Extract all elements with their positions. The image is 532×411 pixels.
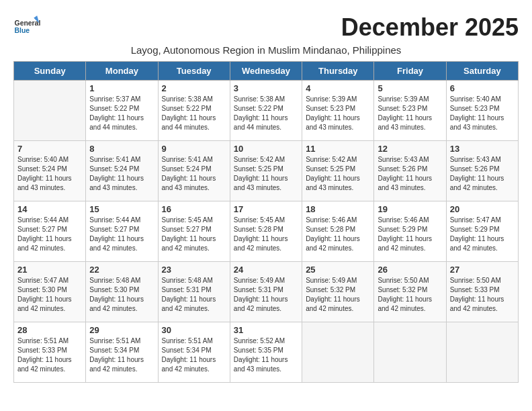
calendar-cell: 24Sunrise: 5:49 AM Sunset: 5:31 PM Dayli… [230, 262, 302, 322]
calendar-cell [374, 322, 446, 383]
day-info: Sunrise: 5:49 AM Sunset: 5:32 PM Dayligh… [306, 276, 370, 314]
calendar-header-row: SundayMondayTuesdayWednesdayThursdayFrid… [14, 62, 519, 81]
calendar-cell: 14Sunrise: 5:44 AM Sunset: 5:27 PM Dayli… [14, 201, 86, 262]
day-info: Sunrise: 5:46 AM Sunset: 5:28 PM Dayligh… [306, 216, 370, 253]
day-number: 10 [234, 144, 298, 154]
calendar-cell: 10Sunrise: 5:42 AM Sunset: 5:25 PM Dayli… [230, 141, 302, 201]
day-info: Sunrise: 5:51 AM Sunset: 5:34 PM Dayligh… [89, 336, 154, 374]
day-of-week-header: Tuesday [158, 62, 230, 81]
calendar-cell [446, 322, 518, 383]
day-number: 11 [306, 144, 370, 154]
day-info: Sunrise: 5:44 AM Sunset: 5:27 PM Dayligh… [17, 216, 82, 253]
day-info: Sunrise: 5:48 AM Sunset: 5:31 PM Dayligh… [162, 276, 226, 314]
calendar-cell: 31Sunrise: 5:52 AM Sunset: 5:35 PM Dayli… [230, 322, 302, 383]
calendar-cell: 13Sunrise: 5:43 AM Sunset: 5:26 PM Dayli… [446, 141, 518, 201]
day-number: 29 [89, 325, 154, 335]
day-number: 20 [450, 204, 515, 214]
day-info: Sunrise: 5:50 AM Sunset: 5:32 PM Dayligh… [378, 276, 442, 314]
day-number: 22 [89, 265, 154, 275]
day-number: 7 [17, 144, 82, 154]
day-info: Sunrise: 5:52 AM Sunset: 5:35 PM Dayligh… [234, 336, 298, 374]
day-of-week-header: Friday [374, 62, 446, 81]
calendar-cell: 26Sunrise: 5:50 AM Sunset: 5:32 PM Dayli… [374, 262, 446, 322]
day-info: Sunrise: 5:39 AM Sunset: 5:23 PM Dayligh… [378, 95, 442, 132]
day-info: Sunrise: 5:51 AM Sunset: 5:34 PM Dayligh… [162, 336, 226, 374]
day-of-week-header: Monday [86, 62, 158, 81]
page-header: General Blue December 2025 [13, 13, 519, 42]
calendar-cell: 7Sunrise: 5:40 AM Sunset: 5:24 PM Daylig… [14, 141, 86, 201]
calendar-cell: 1Sunrise: 5:37 AM Sunset: 5:22 PM Daylig… [86, 81, 158, 141]
day-info: Sunrise: 5:47 AM Sunset: 5:30 PM Dayligh… [17, 276, 82, 314]
calendar-cell: 20Sunrise: 5:47 AM Sunset: 5:29 PM Dayli… [446, 201, 518, 262]
month-title: December 2025 [341, 13, 519, 42]
day-number: 3 [234, 83, 298, 93]
svg-text:General: General [15, 19, 40, 27]
svg-text:Blue: Blue [15, 27, 30, 34]
day-info: Sunrise: 5:46 AM Sunset: 5:29 PM Dayligh… [378, 216, 442, 253]
day-info: Sunrise: 5:39 AM Sunset: 5:23 PM Dayligh… [306, 95, 370, 132]
day-number: 27 [450, 265, 515, 275]
calendar-cell: 5Sunrise: 5:39 AM Sunset: 5:23 PM Daylig… [374, 81, 446, 141]
calendar-cell: 29Sunrise: 5:51 AM Sunset: 5:34 PM Dayli… [86, 322, 158, 383]
day-info: Sunrise: 5:37 AM Sunset: 5:22 PM Dayligh… [89, 95, 154, 132]
day-number: 18 [306, 204, 370, 214]
calendar-table: SundayMondayTuesdayWednesdayThursdayFrid… [13, 61, 519, 383]
day-number: 8 [89, 144, 154, 154]
day-info: Sunrise: 5:45 AM Sunset: 5:27 PM Dayligh… [162, 216, 226, 253]
day-of-week-header: Wednesday [230, 62, 302, 81]
day-number: 25 [306, 265, 370, 275]
calendar-cell: 17Sunrise: 5:45 AM Sunset: 5:28 PM Dayli… [230, 201, 302, 262]
day-info: Sunrise: 5:43 AM Sunset: 5:26 PM Dayligh… [450, 155, 515, 193]
day-of-week-header: Saturday [446, 62, 518, 81]
calendar-week-row: 14Sunrise: 5:44 AM Sunset: 5:27 PM Dayli… [14, 201, 519, 262]
day-info: Sunrise: 5:42 AM Sunset: 5:25 PM Dayligh… [234, 155, 298, 193]
calendar-cell: 8Sunrise: 5:41 AM Sunset: 5:24 PM Daylig… [86, 141, 158, 201]
calendar-cell: 21Sunrise: 5:47 AM Sunset: 5:30 PM Dayli… [14, 262, 86, 322]
calendar-cell: 6Sunrise: 5:40 AM Sunset: 5:23 PM Daylig… [446, 81, 518, 141]
calendar-week-row: 1Sunrise: 5:37 AM Sunset: 5:22 PM Daylig… [14, 81, 519, 141]
day-info: Sunrise: 5:41 AM Sunset: 5:24 PM Dayligh… [89, 155, 154, 193]
day-number: 14 [17, 204, 82, 214]
day-info: Sunrise: 5:38 AM Sunset: 5:22 PM Dayligh… [162, 95, 226, 132]
day-info: Sunrise: 5:51 AM Sunset: 5:33 PM Dayligh… [17, 336, 82, 374]
day-number: 31 [234, 325, 298, 335]
day-number: 19 [378, 204, 442, 214]
day-number: 17 [234, 204, 298, 214]
day-number: 2 [162, 83, 226, 93]
calendar-cell: 11Sunrise: 5:42 AM Sunset: 5:25 PM Dayli… [302, 141, 374, 201]
day-number: 13 [450, 144, 515, 154]
calendar-cell: 16Sunrise: 5:45 AM Sunset: 5:27 PM Dayli… [158, 201, 230, 262]
calendar-cell: 2Sunrise: 5:38 AM Sunset: 5:22 PM Daylig… [158, 81, 230, 141]
day-of-week-header: Sunday [14, 62, 86, 81]
day-number: 9 [162, 144, 226, 154]
day-of-week-header: Thursday [302, 62, 374, 81]
day-info: Sunrise: 5:48 AM Sunset: 5:30 PM Dayligh… [89, 276, 154, 314]
day-number: 1 [89, 83, 154, 93]
calendar-cell: 4Sunrise: 5:39 AM Sunset: 5:23 PM Daylig… [302, 81, 374, 141]
calendar-cell [14, 81, 86, 141]
day-number: 16 [162, 204, 226, 214]
day-info: Sunrise: 5:40 AM Sunset: 5:23 PM Dayligh… [450, 95, 515, 132]
calendar-cell: 9Sunrise: 5:41 AM Sunset: 5:24 PM Daylig… [158, 141, 230, 201]
day-number: 30 [162, 325, 226, 335]
calendar-cell: 3Sunrise: 5:38 AM Sunset: 5:22 PM Daylig… [230, 81, 302, 141]
day-number: 6 [450, 83, 515, 93]
calendar-body: 1Sunrise: 5:37 AM Sunset: 5:22 PM Daylig… [14, 81, 519, 383]
calendar-week-row: 28Sunrise: 5:51 AM Sunset: 5:33 PM Dayli… [14, 322, 519, 383]
day-number: 26 [378, 265, 442, 275]
calendar-cell: 19Sunrise: 5:46 AM Sunset: 5:29 PM Dayli… [374, 201, 446, 262]
day-info: Sunrise: 5:42 AM Sunset: 5:25 PM Dayligh… [306, 155, 370, 193]
calendar-cell: 18Sunrise: 5:46 AM Sunset: 5:28 PM Dayli… [302, 201, 374, 262]
day-number: 5 [378, 83, 442, 93]
day-number: 4 [306, 83, 370, 93]
calendar-cell: 28Sunrise: 5:51 AM Sunset: 5:33 PM Dayli… [14, 322, 86, 383]
calendar-cell: 22Sunrise: 5:48 AM Sunset: 5:30 PM Dayli… [86, 262, 158, 322]
day-info: Sunrise: 5:47 AM Sunset: 5:29 PM Dayligh… [450, 216, 515, 253]
calendar-cell: 27Sunrise: 5:50 AM Sunset: 5:33 PM Dayli… [446, 262, 518, 322]
day-info: Sunrise: 5:40 AM Sunset: 5:24 PM Dayligh… [17, 155, 82, 193]
day-info: Sunrise: 5:44 AM Sunset: 5:27 PM Dayligh… [89, 216, 154, 253]
day-number: 15 [89, 204, 154, 214]
day-info: Sunrise: 5:45 AM Sunset: 5:28 PM Dayligh… [234, 216, 298, 253]
day-number: 21 [17, 265, 82, 275]
calendar-cell [302, 322, 374, 383]
